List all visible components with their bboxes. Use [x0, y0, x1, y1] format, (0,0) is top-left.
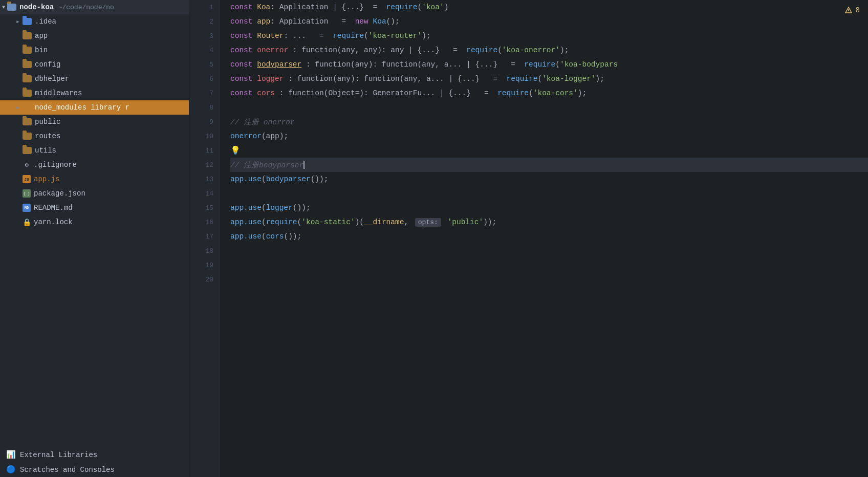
folder-icon-routes: [23, 133, 32, 140]
chevron-icon-node-modules: [14, 104, 21, 111]
spacer-packagejson: [14, 190, 21, 197]
sidebar-item-config[interactable]: config: [0, 57, 189, 72]
main-container: ▼ node-koa ~/code/node/no .idea app: [0, 0, 868, 477]
spacer-yarnlock: [14, 219, 21, 226]
sidebar-item-label-idea: .idea: [35, 17, 56, 26]
sidebar-item-label-node-modules: node_modules library r: [35, 103, 129, 112]
sidebar-item-utils[interactable]: utils: [0, 143, 189, 158]
folder-icon-dbhelper: [23, 75, 32, 82]
sidebar-root-item[interactable]: ▼ node-koa ~/code/node/no: [0, 0, 189, 14]
folder-icon-root: [7, 4, 16, 11]
code-line-12: // 注册bodyparser: [230, 158, 868, 172]
line-num-10: 10: [189, 129, 220, 143]
code-line-11: 💡: [230, 143, 868, 158]
sidebar-item-external-libraries[interactable]: 📊 External Libraries: [0, 447, 189, 462]
spacer-routes: [14, 133, 21, 140]
line-num-1: 1: [189, 0, 220, 14]
sidebar-item-packagejson[interactable]: { } package.json: [0, 186, 189, 201]
sidebar-item-label-public: public: [35, 118, 60, 126]
spacer-config: [14, 61, 21, 68]
gitignore-icon: ⚙: [23, 161, 31, 169]
line-num-12: 12: [189, 158, 220, 172]
editor: 8 1 2 3 4 5 6 7 8 9 10 11 12 13 14 15 16: [189, 0, 868, 477]
chevron-icon-idea: [14, 18, 21, 25]
sidebar-item-middlewares[interactable]: middlewares: [0, 86, 189, 100]
code-line-2: const app : Application = new Koa();: [230, 14, 868, 29]
spacer-gitignore: [14, 161, 21, 168]
spacer-app: [14, 32, 21, 39]
spacer-dbhelper: [14, 75, 21, 82]
sidebar-item-label-readmemd: README.md: [34, 204, 73, 212]
code-line-20: [230, 272, 868, 287]
sidebar-item-label-middlewares: middlewares: [35, 89, 82, 97]
sidebar-item-label-packagejson: package.json: [34, 189, 85, 198]
line-num-18: 18: [189, 244, 220, 258]
sidebar: ▼ node-koa ~/code/node/no .idea app: [0, 0, 189, 477]
code-line-16: app.use(require('koa-static')(__dirname,…: [230, 215, 868, 229]
sidebar-item-label-dbhelper: dbhelper: [35, 75, 69, 83]
line-num-7: 7: [189, 86, 220, 100]
code-line-1: const Koa : Application | {...} = requir…: [230, 0, 868, 14]
sidebar-item-label-gitignore: .gitignore: [34, 161, 77, 169]
scratches-icon: 🔵: [6, 465, 16, 474]
folder-icon-bin: [23, 47, 32, 54]
lock-file-icon: 🔒: [23, 218, 31, 226]
folder-icon-node-modules: [23, 104, 32, 111]
sidebar-item-node-modules[interactable]: node_modules library r: [0, 100, 189, 115]
spacer-bin: [14, 47, 21, 54]
spacer-utils: [14, 147, 21, 154]
sidebar-item-yarnlock[interactable]: 🔒 yarn.lock: [0, 215, 189, 229]
line-num-20: 20: [189, 272, 220, 287]
code-line-10: onerror(app);: [230, 129, 868, 143]
sidebar-item-routes[interactable]: routes: [0, 129, 189, 143]
code-line-8: [230, 100, 868, 115]
js-file-icon: JS: [23, 175, 31, 183]
sidebar-item-label-routes: routes: [35, 132, 60, 140]
sidebar-item-app[interactable]: app: [0, 29, 189, 43]
line-num-3: 3: [189, 29, 220, 43]
code-line-7: const cors : function(Object=): Generato…: [230, 86, 868, 100]
root-chevron-icon: ▼: [2, 5, 5, 10]
code-line-14: [230, 186, 868, 201]
sidebar-item-dbhelper[interactable]: dbhelper: [0, 72, 189, 86]
code-line-3: const Router : ... = require('koa-router…: [230, 29, 868, 43]
folder-icon-middlewares: [23, 90, 32, 97]
folder-icon-config: [23, 61, 32, 68]
sidebar-item-label-bin: bin: [35, 46, 48, 54]
sidebar-item-label-app: app: [35, 32, 48, 40]
line-num-19: 19: [189, 258, 220, 272]
sidebar-item-gitignore[interactable]: ⚙ .gitignore: [0, 158, 189, 172]
code-line-17: app.use(cors());: [230, 229, 868, 244]
sidebar-item-public[interactable]: public: [0, 115, 189, 129]
folder-icon-app: [23, 32, 32, 39]
sidebar-item-label-appjs: app.js: [34, 175, 59, 183]
folder-icon-utils: [23, 147, 32, 154]
editor-content: 1 2 3 4 5 6 7 8 9 10 11 12 13 14 15 16 1…: [189, 0, 868, 477]
line-num-2: 2: [189, 14, 220, 29]
opts-tooltip: opts:: [415, 218, 441, 227]
folder-icon-idea: [23, 18, 32, 25]
spacer-appjs: [14, 176, 21, 183]
code-line-5: const bodyparser : function(any): functi…: [230, 57, 868, 72]
bulb-icon: 💡: [230, 145, 241, 156]
line-num-17: 17: [189, 229, 220, 244]
sidebar-item-idea[interactable]: .idea: [0, 14, 189, 29]
sidebar-item-label-yarnlock: yarn.lock: [34, 218, 73, 226]
code-line-6: const logger : function(any): function(a…: [230, 72, 868, 86]
line-numbers: 1 2 3 4 5 6 7 8 9 10 11 12 13 14 15 16 1…: [189, 0, 220, 477]
sidebar-item-readmemd[interactable]: MD README.md: [0, 201, 189, 215]
line-num-8: 8: [189, 100, 220, 115]
line-num-11: 11: [189, 143, 220, 158]
cursor: [303, 161, 305, 169]
sidebar-item-bin[interactable]: bin: [0, 43, 189, 57]
line-num-4: 4: [189, 43, 220, 57]
code-line-15: app.use(logger());: [230, 201, 868, 215]
json-file-icon: { }: [23, 189, 31, 198]
sidebar-item-scratches[interactable]: 🔵 Scratches and Consoles: [0, 462, 189, 477]
line-num-9: 9: [189, 115, 220, 129]
sidebar-item-appjs[interactable]: JS app.js: [0, 172, 189, 186]
code-line-9: // 注册 onerror: [230, 115, 868, 129]
sidebar-item-label-scratches: Scratches and Consoles: [20, 466, 115, 474]
sidebar-item-label-external-libraries: External Libraries: [20, 451, 97, 459]
code-area[interactable]: const Koa : Application | {...} = requir…: [220, 0, 868, 477]
